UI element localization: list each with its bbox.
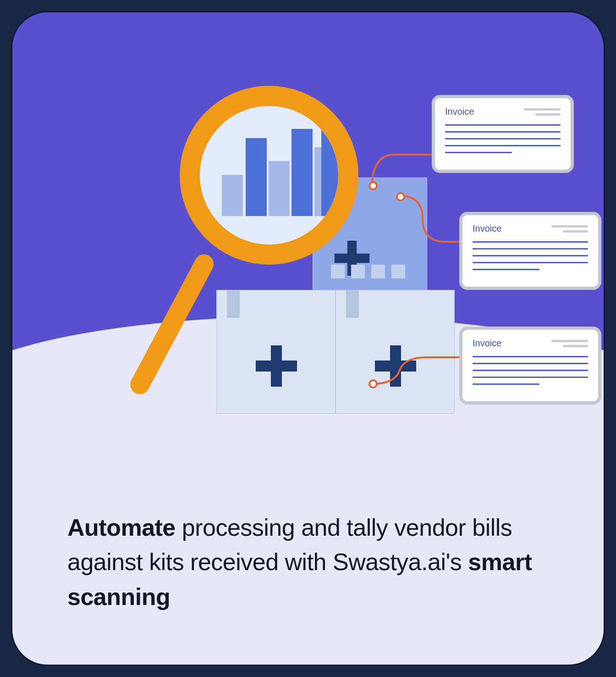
invoice-body-lines-icon xyxy=(473,356,588,385)
invoice-body-lines-icon xyxy=(473,241,588,270)
feature-card: Invoice Invoice Invoice xyxy=(11,11,605,666)
invoice-card: Invoice xyxy=(432,95,574,173)
svg-point-1 xyxy=(397,193,404,200)
invoice-header-lines-icon xyxy=(524,108,561,116)
bold-word: Automate xyxy=(67,514,176,541)
svg-point-0 xyxy=(369,182,377,189)
feature-description: Automate processing and tally vendor bil… xyxy=(67,511,558,614)
invoice-label: Invoice xyxy=(473,223,501,234)
magnifier-lens xyxy=(180,86,358,265)
magnifier-icon xyxy=(161,90,354,402)
invoice-label: Invoice xyxy=(445,106,474,117)
invoice-header-lines-icon xyxy=(551,225,588,233)
illustration-group: Invoice Invoice Invoice xyxy=(102,90,514,439)
invoice-header-lines-icon xyxy=(551,340,588,347)
svg-point-2 xyxy=(369,380,377,388)
connector-line-icon xyxy=(368,352,473,407)
invoice-label: Invoice xyxy=(473,338,501,349)
invoice-body-lines-icon xyxy=(445,124,561,153)
bar-chart-icon xyxy=(200,106,338,244)
invoice-card: Invoice xyxy=(459,212,601,290)
magnifier-handle xyxy=(127,251,217,398)
invoice-card: Invoice xyxy=(459,327,601,405)
